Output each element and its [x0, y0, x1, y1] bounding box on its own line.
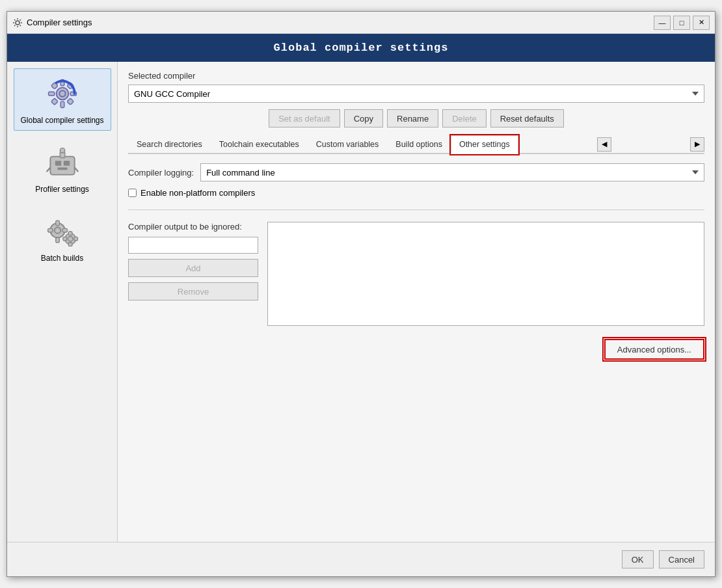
sidebar-label-batch: Batch builds [41, 254, 83, 263]
svg-rect-4 [60, 101, 64, 107]
svg-rect-5 [48, 92, 54, 96]
svg-rect-9 [51, 98, 58, 105]
compiler-logging-dropdown[interactable]: Full command line [200, 163, 704, 181]
svg-rect-30 [74, 237, 77, 241]
window-title: Compiler settings [27, 18, 92, 27]
output-textarea[interactable] [267, 222, 704, 326]
sidebar-label-global: Global compiler settings [20, 116, 103, 125]
sidebar-item-global-compiler-settings[interactable]: Global compiler settings [14, 68, 111, 131]
svg-rect-23 [47, 228, 52, 232]
compiler-logging-label: Compiler logging: [128, 168, 194, 178]
svg-rect-29 [62, 237, 66, 241]
advanced-options-button[interactable]: Advanced options... [604, 339, 704, 360]
svg-rect-21 [55, 220, 59, 225]
close-button[interactable]: ✕ [693, 16, 710, 30]
output-left: Compiler output to be ignored: Add Remov… [128, 222, 258, 326]
svg-rect-27 [68, 232, 72, 235]
svg-rect-24 [62, 228, 67, 232]
remove-button[interactable]: Remove [128, 282, 258, 301]
right-panel: Selected compiler GNU GCC Compiler Set a… [118, 62, 715, 542]
cancel-button[interactable]: Cancel [659, 550, 704, 568]
tab-build-options[interactable]: Build options [387, 135, 451, 153]
svg-rect-10 [66, 98, 74, 105]
profiler-icon [43, 143, 82, 182]
rename-button[interactable]: Rename [387, 109, 438, 127]
svg-rect-22 [55, 237, 59, 242]
svg-point-0 [16, 21, 20, 25]
minimize-button[interactable]: — [654, 16, 671, 30]
svg-rect-28 [68, 243, 72, 247]
non-platform-checkbox[interactable] [128, 189, 137, 197]
svg-rect-12 [55, 161, 60, 165]
batch-builds-icon [43, 212, 82, 251]
non-platform-row: Enable non-platform compilers [128, 188, 704, 198]
set-as-default-button[interactable]: Set as default [269, 109, 340, 127]
selected-compiler-label: Selected compiler [128, 71, 704, 81]
global-compiler-icon [43, 74, 82, 113]
non-platform-label[interactable]: Enable non-platform compilers [140, 188, 255, 198]
dialog-header: Global compiler settings [7, 34, 715, 62]
compiler-dropdown-row: GNU GCC Compiler [128, 85, 704, 103]
compiler-dropdown[interactable]: GNU GCC Compiler [128, 85, 704, 103]
toolbar-buttons-row: Set as default Copy Rename Delete Reset … [128, 109, 704, 127]
svg-rect-14 [57, 167, 67, 170]
advanced-btn-wrapper: Advanced options... [128, 339, 704, 360]
tab-other-settings[interactable]: Other settings [451, 135, 518, 154]
tab-custom-variables[interactable]: Custom variables [308, 135, 388, 153]
svg-point-16 [60, 148, 64, 153]
compiler-settings-window: Compiler settings — □ ✕ Global compiler … [7, 11, 715, 577]
ok-button[interactable]: OK [622, 550, 654, 568]
reset-defaults-button[interactable]: Reset defaults [490, 109, 564, 127]
divider [128, 209, 704, 210]
compiler-logging-row: Compiler logging: Full command line [128, 163, 704, 181]
sidebar-item-profiler-settings[interactable]: Profiler settings [14, 137, 111, 200]
title-bar-icon [12, 18, 23, 28]
output-ignored-input[interactable] [128, 237, 258, 254]
add-button[interactable]: Add [128, 259, 258, 277]
sidebar: Global compiler settings [7, 62, 118, 542]
tabs-bar: Search directories Toolchain executables… [128, 135, 704, 154]
title-bar-left: Compiler settings [12, 18, 92, 28]
svg-point-1 [56, 88, 68, 100]
title-bar: Compiler settings — □ ✕ [7, 12, 715, 34]
copy-button[interactable]: Copy [344, 109, 383, 127]
svg-rect-13 [63, 161, 69, 165]
output-section: Compiler output to be ignored: Add Remov… [128, 222, 704, 326]
tab-next-button[interactable]: ▶ [690, 137, 704, 152]
svg-rect-11 [50, 157, 74, 175]
delete-button[interactable]: Delete [442, 109, 487, 127]
tab-search-directories[interactable]: Search directories [128, 135, 211, 153]
main-content: Global compiler settings [7, 62, 715, 542]
other-settings-content: Compiler logging: Full command line Enab… [128, 163, 704, 360]
maximize-button[interactable]: □ [673, 16, 690, 30]
bottom-buttons-row: OK Cancel [7, 542, 715, 576]
title-bar-controls: — □ ✕ [654, 16, 710, 30]
sidebar-item-batch-builds[interactable]: Batch builds [14, 206, 111, 269]
tab-prev-button[interactable]: ◀ [597, 137, 611, 152]
output-ignored-label: Compiler output to be ignored: [128, 222, 258, 232]
tab-toolchain-executables[interactable]: Toolchain executables [211, 135, 308, 153]
sidebar-label-profiler: Profiler settings [35, 185, 89, 194]
